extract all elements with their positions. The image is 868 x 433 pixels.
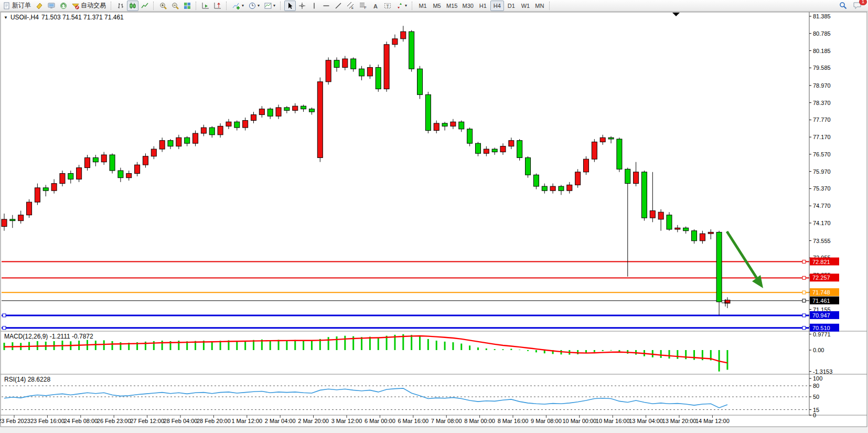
line-chart-button[interactable] [139, 1, 151, 11]
time-axis-label[interactable]: 13 Mar 20:00 [662, 418, 696, 424]
line-anchor-handle[interactable] [802, 260, 806, 263]
autotrade-button[interactable]: 自动交易 [70, 1, 108, 11]
line-anchor-handle[interactable] [802, 276, 806, 279]
time-axis-label[interactable]: 26 Feb 23:00 [97, 418, 131, 424]
chart-window[interactable] [1, 12, 867, 427]
time-axis-label[interactable]: 8 Mar 16:00 [498, 418, 529, 424]
period-button[interactable]: ▾ [247, 1, 262, 11]
line-anchor-handle[interactable] [802, 314, 806, 317]
chart-shift-button[interactable] [212, 1, 223, 11]
time-axis-label[interactable]: 24 Feb 08:00 [63, 418, 98, 424]
fibonacci-button[interactable]: F [357, 1, 369, 11]
timeframe-m30-button[interactable]: M30 [460, 1, 475, 11]
trendline-button[interactable] [333, 1, 344, 11]
candle-body [176, 138, 181, 146]
text-label-icon: T [384, 2, 391, 9]
candle-body [467, 129, 473, 143]
candle-body [168, 141, 173, 146]
toolbar-separator [549, 2, 551, 10]
dropdown-caret-icon[interactable]: ▾ [258, 4, 260, 8]
line-anchor-handle[interactable] [802, 326, 806, 330]
time-axis-label[interactable]: 14 Mar 12:00 [695, 418, 730, 424]
vertical-line-button[interactable] [308, 1, 320, 11]
text-button[interactable]: A [370, 1, 381, 11]
zoom-in-button[interactable] [157, 1, 169, 11]
auto-scroll-button[interactable] [200, 1, 211, 11]
timeframe-mn-button[interactable]: MN [533, 1, 546, 11]
arrows-icon [396, 2, 403, 9]
symbol-dropdown-icon[interactable]: ▼ [4, 15, 8, 20]
time-axis-label[interactable]: 1 Mar 12:00 [231, 418, 262, 424]
line-anchor-handle[interactable] [802, 291, 806, 294]
line-chart-icon [141, 2, 148, 9]
timeframe-m1-button[interactable]: M1 [416, 1, 430, 11]
timeframe-h1-button[interactable]: H1 [476, 1, 490, 11]
line-anchor-handle[interactable] [3, 314, 6, 317]
price-tick-label: 75.970 [813, 168, 831, 175]
candle-body [135, 165, 140, 173]
new-order-button[interactable]: 新订单 [1, 1, 33, 11]
candlestick-chart-button[interactable] [127, 1, 138, 11]
dropdown-caret-icon[interactable]: ▾ [273, 4, 275, 8]
time-axis-label[interactable]: 13 Mar 04:00 [629, 418, 663, 424]
terminal-button[interactable] [46, 1, 57, 11]
candle-body [276, 108, 281, 116]
horizontal-line-icon [323, 2, 330, 9]
dropdown-caret-icon[interactable]: ▾ [242, 4, 244, 8]
time-axis-label[interactable]: 28 Feb 20:00 [197, 418, 231, 424]
time-axis-label[interactable]: 6 Mar 16:00 [398, 418, 428, 424]
time-axis-label[interactable]: 10 Mar 00:00 [562, 418, 596, 424]
time-axis-label[interactable]: 3 Mar 12:00 [331, 418, 362, 424]
time-axis-label[interactable]: 8 Mar 00:00 [464, 418, 495, 424]
zoom-out-button[interactable] [169, 1, 181, 11]
time-axis-label[interactable]: 7 Mar 08:00 [431, 418, 462, 424]
candle-body [533, 175, 539, 186]
time-axis-label[interactable]: 9 Mar 08:00 [531, 418, 562, 424]
rsi-tick-label: 100 [813, 375, 822, 382]
template-button[interactable]: ▾ [262, 1, 277, 11]
search-button[interactable] [837, 1, 849, 11]
candle-body [251, 115, 256, 121]
time-axis-label[interactable]: 6 Mar 00:00 [365, 418, 395, 424]
crosshair-button[interactable] [296, 1, 308, 11]
candle-body [658, 212, 663, 219]
horizontal-line-button[interactable] [320, 1, 332, 11]
candle-body [301, 106, 306, 109]
dropdown-caret-icon[interactable]: ▾ [405, 4, 407, 8]
timeframe-h4-button[interactable]: H4 [490, 1, 504, 11]
time-axis-label[interactable]: 23 Feb 2023 [0, 418, 30, 424]
price-tick-label: 81.385 [813, 13, 831, 19]
toolbar-separator [196, 2, 197, 10]
time-axis-label[interactable]: 23 Feb 16:00 [30, 418, 65, 424]
tile-windows-button[interactable] [181, 1, 193, 11]
indicators-icon [232, 2, 240, 9]
timeframe-d1-button[interactable]: D1 [505, 1, 518, 11]
line-anchor-handle[interactable] [3, 326, 6, 330]
time-axis-label[interactable]: 2 Mar 20:00 [298, 418, 329, 424]
candle-body [451, 122, 456, 126]
timeframe-m5-button[interactable]: M5 [430, 1, 444, 11]
arrows-button[interactable]: ▾ [394, 1, 409, 11]
signals-button[interactable] [58, 1, 69, 11]
cursor-button[interactable] [284, 1, 296, 11]
candle-body [234, 122, 240, 128]
channel-button[interactable]: E [345, 1, 357, 11]
candle-body [18, 215, 24, 221]
line-anchor-handle[interactable] [802, 299, 806, 302]
candle-body [359, 69, 365, 76]
yellow-cube-button[interactable] [34, 1, 45, 11]
bar-chart-button[interactable] [115, 1, 126, 11]
text-label-button[interactable]: T [382, 1, 393, 11]
chart-canvas[interactable]: 81.38580.78580.18579.58578.97078.37077.7… [0, 0, 868, 433]
time-axis-label[interactable]: 10 Mar 16:00 [596, 418, 630, 424]
indicators-button[interactable]: ▾ [230, 1, 246, 11]
timeframe-m15-button[interactable]: M15 [444, 1, 459, 11]
time-axis-label[interactable]: 2 Mar 04:00 [265, 418, 296, 424]
timeframe-w1-button[interactable]: W1 [519, 1, 532, 11]
terminal-icon [48, 2, 55, 9]
time-axis-label[interactable]: 27 Feb 12:00 [130, 418, 164, 424]
price-tick-label: 79.585 [813, 65, 831, 71]
chat-button[interactable]: 1 [851, 1, 864, 11]
time-axis-label[interactable]: 28 Feb 04:00 [164, 418, 198, 424]
candle-body [683, 228, 689, 230]
